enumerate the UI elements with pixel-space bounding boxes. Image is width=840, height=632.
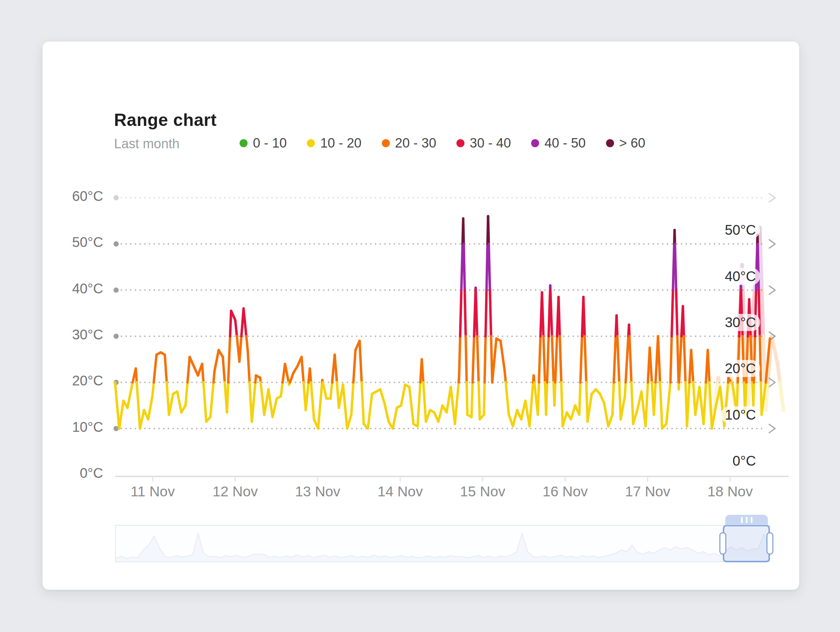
legend-marker-icon: [606, 139, 614, 147]
drag-grip-icon: [751, 517, 753, 523]
y-axis-left-label-50: 50°C: [51, 234, 103, 250]
legend-marker-icon: [307, 139, 315, 147]
y-axis-left-label-30: 30°C: [51, 327, 103, 343]
y-axis-right-label-10: 10°C: [697, 406, 760, 423]
x-axis-label-13Nov: 13 Nov: [279, 483, 356, 500]
scrollbar-track[interactable]: [115, 525, 770, 562]
y-axis-right-label-40: 40°C: [697, 268, 760, 285]
y-axis-right-label-text: 0°C: [728, 452, 760, 469]
axis-arrow-icon: [769, 425, 775, 433]
y-axis-right-label-text: 40°C: [721, 268, 760, 285]
y-axis-right-label-text: 20°C: [721, 360, 760, 377]
legend-item-label: 40 - 50: [544, 136, 586, 151]
plot-area[interactable]: [115, 188, 770, 476]
legend-item-label: > 60: [619, 136, 646, 151]
axis-arrow-icon: [769, 194, 775, 202]
legend-marker-icon: [240, 139, 248, 147]
legend-item-40-50[interactable]: 40 - 50: [531, 136, 586, 151]
legend-item-0-10[interactable]: 0 - 10: [240, 136, 287, 151]
axis-arrow-icon: [769, 286, 775, 294]
scrollbar-drag-tab[interactable]: [725, 515, 768, 525]
x-axis-label-16Nov: 16 Nov: [527, 483, 603, 500]
legend-item-label: 20 - 30: [395, 136, 436, 151]
x-axis-label-15Nov: 15 Nov: [444, 483, 521, 500]
y-axis-left-label-10: 10°C: [51, 419, 103, 435]
legend-item-20-30[interactable]: 20 - 30: [382, 136, 436, 151]
legend-item-30-40[interactable]: 30 - 40: [456, 136, 511, 151]
y-axis-left-label-60: 60°C: [51, 188, 103, 204]
x-axis-label-17Nov: 17 Nov: [609, 483, 686, 500]
scrollbar-left-grip[interactable]: [719, 532, 726, 555]
legend-marker-icon: [382, 139, 390, 147]
y-axis-right-label-50: 50°C: [697, 221, 760, 239]
drag-grip-icon: [741, 517, 743, 523]
legend-marker-icon: [456, 139, 464, 147]
y-axis-left-label-20: 20°C: [51, 373, 103, 389]
x-axis-group: [115, 476, 789, 482]
x-axis-label-11Nov: 11 Nov: [114, 483, 191, 500]
y-axis-right-label-text: 50°C: [721, 221, 760, 239]
y-axis-right-label-30: 30°C: [697, 314, 760, 331]
y-axis-right-label-20: 20°C: [697, 360, 760, 377]
scrollbar-right-grip[interactable]: [766, 532, 774, 555]
legend-item-label: 0 - 10: [253, 136, 287, 151]
y-axis-right-label-text: 10°C: [721, 406, 760, 423]
y-axis-left-label-40: 40°C: [51, 281, 103, 297]
legend-item-label: 10 - 20: [320, 136, 361, 151]
legend-item-10-20[interactable]: 10 - 20: [307, 136, 361, 151]
x-axis-label-12Nov: 12 Nov: [197, 483, 274, 500]
page-background: { "header": { "title": "Range chart", "s…: [0, 0, 840, 632]
y-axis-left-label-0: 0°C: [51, 465, 103, 481]
legend-marker-icon: [531, 139, 539, 147]
legend-item-label: 30 - 40: [470, 136, 511, 151]
x-axis-label-14Nov: 14 Nov: [362, 483, 439, 500]
scrollbar-selection[interactable]: [723, 525, 770, 562]
chart-legend: 0 - 1010 - 2020 - 3030 - 4040 - 50> 60: [115, 134, 770, 152]
axis-arrow-icon: [769, 240, 775, 248]
y-axis-right-label-text: 30°C: [721, 314, 760, 331]
legend-item->60[interactable]: > 60: [606, 136, 646, 151]
drag-grip-icon: [746, 517, 748, 523]
y-axis-right-label-0: 0°C: [697, 452, 760, 469]
axis-arrow-icon: [769, 378, 775, 387]
x-axis-label-18Nov: 18 Nov: [692, 483, 769, 500]
